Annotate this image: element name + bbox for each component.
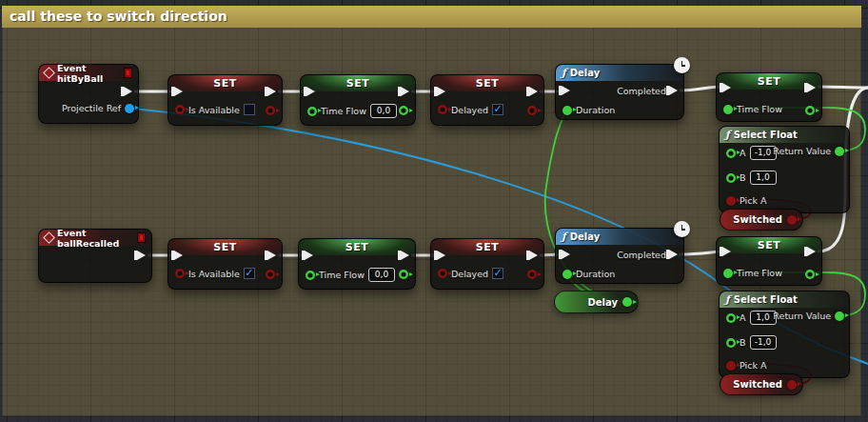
delayed-checkbox[interactable]	[492, 268, 503, 279]
function-icon: ƒ	[725, 293, 730, 306]
bool-in-pin-pick-a[interactable]	[726, 361, 736, 371]
debug-stop-icon[interactable]	[137, 232, 146, 243]
float-in-pin-a[interactable]	[726, 313, 736, 323]
pin-label: Pick A	[740, 195, 766, 206]
float-out-pin[interactable]	[622, 297, 632, 307]
blueprint-graph-canvas[interactable]: Event hitByBall Projectile Ref SET Is Av…	[0, 0, 868, 422]
debug-stop-icon[interactable]	[124, 68, 132, 78]
node-set-time-flow-bottom[interactable]: SET Time Flow 0,0	[298, 238, 416, 290]
node-header: ƒ Select Float	[720, 127, 849, 143]
bool-out-pin[interactable]	[527, 270, 537, 279]
exec-in-pin[interactable]	[305, 251, 313, 260]
node-title: SET	[758, 239, 780, 251]
float-out-pin[interactable]	[805, 106, 815, 115]
float-in-pin[interactable]	[307, 107, 317, 116]
exec-out-pin[interactable]	[529, 251, 538, 260]
variable-name: Switched	[733, 214, 782, 225]
is-available-checkbox[interactable]	[244, 268, 255, 279]
bool-in-pin[interactable]	[175, 269, 185, 278]
float-in-pin[interactable]	[723, 269, 733, 278]
node-get-switched-bottom[interactable]: Switched	[720, 373, 803, 395]
exec-in-pin[interactable]	[562, 250, 570, 259]
pin-label: Time Flow	[319, 270, 365, 280]
node-select-float-bottom[interactable]: ƒ Select Float A 1,0 B -1,0 Pick A Retur…	[719, 291, 850, 378]
node-select-float-top[interactable]: ƒ Select Float A -1,0 B 1,0 Pick A Retur…	[719, 126, 850, 213]
float-out-pin[interactable]	[835, 311, 844, 321]
float-in-pin[interactable]	[723, 105, 733, 114]
bool-out-pin[interactable]	[787, 215, 797, 225]
bool-out-pin[interactable]	[787, 380, 797, 390]
b-value-field[interactable]: -1,0	[750, 335, 777, 350]
node-set-time-flow-top[interactable]: SET Time Flow 0,0	[300, 74, 416, 126]
exec-in-pin[interactable]	[437, 87, 445, 96]
float-in-pin[interactable]	[562, 106, 572, 115]
node-set-is-available-top[interactable]: SET Is Available	[168, 74, 283, 126]
node-get-switched-top[interactable]: Switched	[720, 209, 803, 231]
node-delay-bottom[interactable]: ƒ Delay Completed Duration	[555, 228, 684, 284]
exec-out-pin[interactable]	[401, 251, 409, 260]
exec-wire[interactable]	[680, 87, 720, 90]
bool-out-pin[interactable]	[266, 106, 275, 115]
exec-in-pin[interactable]	[722, 83, 731, 92]
node-get-delay[interactable]: Delay	[554, 291, 639, 313]
bool-in-pin[interactable]	[438, 105, 447, 114]
is-available-checkbox[interactable]	[244, 104, 255, 115]
time-flow-value-field[interactable]: 0,0	[368, 268, 395, 282]
object-out-pin[interactable]	[125, 104, 134, 113]
exec-in-pin[interactable]	[306, 87, 315, 96]
exec-out-pin[interactable]	[669, 86, 678, 95]
bool-in-pin-pick-a[interactable]	[726, 196, 736, 206]
float-in-pin-a[interactable]	[726, 149, 736, 158]
node-title: Event ballRecalled	[57, 228, 133, 249]
node-title: Delay	[570, 231, 600, 242]
exec-in-pin[interactable]	[562, 86, 570, 95]
node-title: SET	[345, 241, 368, 253]
node-event-ballrecalled[interactable]: Event ballRecalled	[38, 229, 152, 283]
node-set-time-flow-top-right[interactable]: SET Time Flow	[716, 72, 822, 122]
exec-in-pin[interactable]	[174, 87, 183, 96]
exec-out-pin[interactable]	[137, 251, 146, 260]
exec-out-pin[interactable]	[401, 87, 409, 96]
exec-out-pin[interactable]	[807, 247, 816, 256]
time-flow-value-field[interactable]: 0,0	[370, 104, 397, 118]
exec-in-pin[interactable]	[174, 251, 183, 260]
node-title: SET	[476, 77, 499, 90]
node-set-is-available-bottom[interactable]: SET Is Available	[168, 238, 283, 290]
pin-label: Return Value	[773, 146, 831, 156]
float-out-pin[interactable]	[835, 147, 844, 156]
node-set-delayed-bottom[interactable]: SET Delayed	[430, 238, 544, 290]
float-in-pin-b[interactable]	[726, 338, 736, 348]
exec-in-pin[interactable]	[722, 247, 731, 256]
float-in-pin[interactable]	[306, 271, 315, 280]
node-header: ƒ Delay	[556, 229, 683, 245]
pin-label: Duration	[576, 105, 615, 115]
node-title: Select Float	[734, 294, 798, 305]
exec-wire[interactable]	[680, 251, 720, 254]
node-event-hitbyball[interactable]: Event hitByBall Projectile Ref	[38, 64, 139, 124]
exec-out-pin[interactable]	[124, 87, 132, 96]
comment-title-bar[interactable]: call these to switch direction	[2, 6, 861, 28]
delayed-checkbox[interactable]	[492, 104, 503, 115]
pin-label: Is Available	[188, 105, 240, 115]
exec-in-pin[interactable]	[437, 251, 445, 260]
node-title: Select Float	[734, 130, 798, 140]
b-value-field[interactable]: 1,0	[750, 171, 777, 185]
exec-out-pin[interactable]	[529, 87, 538, 96]
node-delay-top[interactable]: ƒ Delay Completed Duration	[555, 64, 684, 120]
node-set-time-flow-bottom-right[interactable]: SET Time Flow	[716, 236, 822, 286]
float-out-pin[interactable]	[399, 106, 408, 115]
exec-out-pin[interactable]	[669, 250, 678, 259]
bool-in-pin[interactable]	[175, 105, 185, 114]
bool-out-pin[interactable]	[266, 270, 275, 279]
exec-out-pin[interactable]	[807, 83, 816, 92]
bool-in-pin[interactable]	[438, 269, 447, 278]
bool-out-pin[interactable]	[527, 106, 537, 115]
float-out-pin[interactable]	[805, 270, 815, 279]
exec-wire[interactable]	[818, 87, 868, 88]
float-in-pin-b[interactable]	[726, 173, 736, 183]
float-in-pin[interactable]	[562, 270, 572, 279]
exec-out-pin[interactable]	[267, 251, 276, 260]
exec-out-pin[interactable]	[267, 87, 276, 96]
node-set-delayed-top[interactable]: SET Delayed	[430, 74, 544, 126]
float-out-pin[interactable]	[399, 270, 408, 279]
